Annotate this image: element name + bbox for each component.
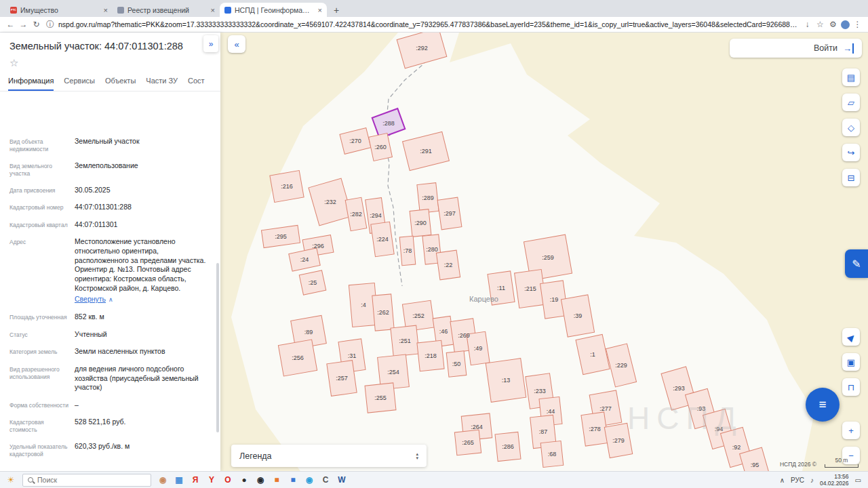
blue-app-icon[interactable]: ■: [285, 472, 301, 487]
site-info-icon[interactable]: ⓘ: [45, 19, 55, 30]
parcel-label: :297: [443, 210, 456, 217]
parcel-label: :262: [377, 309, 389, 316]
field-label: Дата присвоения: [9, 186, 75, 195]
parcel-label: :293: [673, 385, 685, 392]
map[interactable]: :292:288:270:260:291:216:232:282:294:289…: [220, 33, 868, 471]
parcel-label: :50: [452, 361, 461, 367]
dark-app-icon[interactable]: ●: [236, 472, 252, 487]
share-button[interactable]: ↪: [842, 144, 860, 161]
parcel-label: :4: [361, 302, 366, 308]
browser-menu-icon[interactable]: ⋮: [851, 20, 864, 29]
village-label: Карцево: [469, 295, 498, 303]
system-tray: ∧ РУС ♪ 13:56 04.02.2026 ▭: [780, 473, 865, 487]
taskbar-search[interactable]: [22, 474, 151, 487]
extensions-icon[interactable]: ⚙: [827, 20, 840, 29]
notification-center-icon[interactable]: ▭: [855, 476, 861, 484]
parcel-label: :255: [374, 394, 387, 401]
parcel-label: :68: [548, 451, 557, 458]
layers-button[interactable]: ▤: [842, 68, 860, 86]
profile-avatar[interactable]: [841, 20, 850, 29]
yandex-icon[interactable]: Y: [203, 472, 220, 487]
collapse-panel-button[interactable]: «: [228, 35, 245, 53]
yandex-browser-icon[interactable]: Я: [187, 472, 203, 487]
taskbar-clock[interactable]: 13:56 04.02.2026: [820, 473, 849, 487]
telegram-icon[interactable]: ◉: [301, 472, 317, 487]
favorite-star-icon[interactable]: ☆: [0, 55, 27, 70]
parcel-label: :22: [444, 262, 453, 268]
photos-app-icon[interactable]: ◉: [155, 472, 171, 487]
field-value: Земли населенных пунктов: [75, 347, 211, 357]
legend-label: Легенда: [239, 451, 272, 461]
speaker-icon[interactable]: ♪: [810, 476, 814, 484]
panel-scrollbar[interactable]: [216, 263, 219, 432]
parcel-label: :25: [309, 279, 317, 286]
collapse-address-link[interactable]: Свернуть∧: [75, 295, 113, 304]
panel-tab-части зу[interactable]: Части ЗУ: [146, 77, 178, 91]
browser-tab[interactable]: Реестр извещений×: [113, 3, 220, 17]
field-value: –: [75, 401, 211, 410]
parcel-label: :295: [275, 233, 287, 240]
tab-close-icon[interactable]: ×: [211, 6, 215, 14]
basemap-card-button[interactable]: ▣: [842, 353, 860, 371]
word-icon[interactable]: W: [334, 472, 350, 487]
opera-icon[interactable]: O: [220, 472, 236, 487]
browser-tab[interactable]: РТСИмущество×: [5, 3, 113, 17]
panel-tab-объекты[interactable]: Объекты: [105, 77, 136, 91]
field-value: 620,33 руб./кв. м: [75, 442, 211, 458]
locate-button[interactable]: ▶: [842, 328, 860, 346]
field-row: Категория земельЗемли населенных пунктов: [0, 343, 220, 361]
panel-tab-сост[interactable]: Сост: [188, 77, 205, 91]
tabs-overflow-button[interactable]: »: [203, 35, 218, 52]
legend-bar[interactable]: Легенда ▴ ▾: [231, 445, 427, 467]
parcel-label: :49: [474, 345, 483, 352]
reload-icon[interactable]: ↻: [30, 20, 43, 29]
tab-close-icon[interactable]: ×: [318, 6, 322, 14]
news-widget-icon[interactable]: ☀: [3, 472, 19, 487]
url-bar[interactable]: ⓘ nspd.gov.ru/map?thematic=PKK&zoom=17.3…: [45, 19, 798, 30]
tab-close-icon[interactable]: ×: [104, 6, 108, 14]
browser-tab[interactable]: НСПД | Геоинформационный п×: [220, 3, 327, 17]
parcel-label: :92: [732, 444, 741, 451]
parcel-label: :286: [502, 443, 514, 450]
new-tab-button[interactable]: +: [330, 3, 343, 17]
ruler-button[interactable]: ▱: [842, 94, 860, 111]
parcel-label: :232: [324, 199, 336, 205]
taskbar: ☀ ◉▦ЯYO●◉■■◉CW ∧ РУС ♪ 13:56 04.02.2026 …: [0, 471, 868, 488]
panel-tab-сервисы[interactable]: Сервисы: [64, 77, 95, 91]
login-button[interactable]: Войти →: [730, 39, 862, 58]
github-icon[interactable]: ◉: [252, 472, 269, 487]
explorer-icon[interactable]: ▦: [171, 472, 187, 487]
field-label: Форма собственности: [9, 401, 75, 410]
legend-expand-icon[interactable]: ▴ ▾: [416, 452, 418, 460]
forward-icon[interactable]: →: [17, 20, 30, 29]
tray-up-icon[interactable]: ∧: [780, 476, 785, 484]
download-icon[interactable]: ↓: [801, 20, 814, 29]
snap-button[interactable]: ⊓: [842, 378, 860, 396]
login-label: Войти: [814, 43, 837, 53]
field-label: Категория земель: [9, 347, 75, 357]
parcel-label: :288: [382, 120, 395, 127]
office-icon[interactable]: ■: [269, 472, 285, 487]
c-app-icon[interactable]: C: [317, 472, 334, 487]
map-canvas[interactable]: :292:288:270:260:291:216:232:282:294:289…: [220, 33, 868, 471]
scale-bar: 50 m: [825, 457, 859, 468]
panel-tab-информация[interactable]: Информация: [8, 77, 54, 91]
field-row: Вид объекта недвижимостиЗемельный участо…: [0, 133, 220, 157]
bookmark-star-icon[interactable]: ☆: [814, 20, 827, 29]
field-label: Вид земельного участка: [9, 161, 75, 178]
field-row: Вид земельного участкаЗемлепользование: [0, 157, 220, 182]
field-label: Кадастровый квартал: [9, 220, 75, 230]
parcel-label: :289: [422, 195, 434, 201]
parcel-label: :46: [439, 328, 448, 335]
zoom-in-button[interactable]: +: [842, 422, 860, 439]
print-button[interactable]: ⊟: [842, 169, 860, 186]
search-input[interactable]: [37, 476, 132, 484]
browser-navbar: ← → ↻ ⓘ nspd.gov.ru/map?thematic=PKK&zoo…: [0, 17, 868, 33]
draw-tools-button[interactable]: ✎: [845, 249, 868, 278]
parcel-label: :251: [399, 338, 411, 344]
measure-area-button[interactable]: ◇: [842, 119, 860, 136]
language-indicator[interactable]: РУС: [791, 476, 804, 484]
parcel-label: :13: [502, 377, 511, 384]
chat-support-button[interactable]: ≡: [806, 388, 840, 422]
back-icon[interactable]: ←: [4, 20, 17, 29]
